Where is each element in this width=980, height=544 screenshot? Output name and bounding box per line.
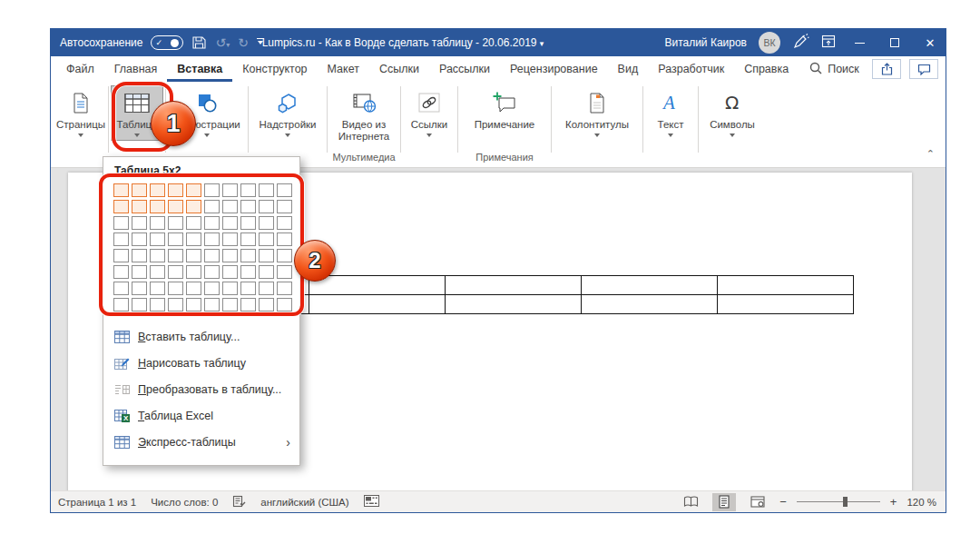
annotation-step-1: 1 bbox=[151, 101, 196, 146]
text-button[interactable]: A Текст bbox=[646, 86, 695, 140]
pages-button[interactable]: Страницы bbox=[56, 86, 105, 140]
addins-icon bbox=[277, 89, 299, 116]
table-cell[interactable] bbox=[582, 276, 718, 295]
tab-help[interactable]: Справка bbox=[734, 56, 799, 82]
online-video-button[interactable]: Видео из Интернета bbox=[330, 86, 397, 143]
share-button[interactable] bbox=[872, 59, 901, 79]
group-media: Видео из Интернета Мультимедиа bbox=[330, 86, 397, 166]
table-cell[interactable] bbox=[309, 295, 446, 314]
addins-button[interactable]: Надстройки bbox=[251, 86, 324, 140]
zoom-out-button[interactable]: − bbox=[779, 495, 787, 509]
language-indicator[interactable]: английский (США) bbox=[260, 497, 348, 508]
group-label-comments: Примечания bbox=[475, 152, 534, 163]
title-dropdown-icon[interactable]: ▾ bbox=[540, 39, 544, 48]
read-mode-button[interactable] bbox=[679, 493, 702, 511]
group-divider bbox=[642, 86, 643, 153]
spellcheck-status-icon[interactable] bbox=[232, 495, 246, 509]
tab-home[interactable]: Главная bbox=[104, 56, 168, 82]
group-divider bbox=[108, 86, 109, 153]
links-icon bbox=[417, 89, 441, 116]
table-cell[interactable] bbox=[446, 295, 582, 314]
chevron-down-icon bbox=[668, 134, 673, 140]
status-bar: Страница 1 из 1 Число слов: 0 английский… bbox=[51, 490, 946, 512]
zoom-level[interactable]: 120 % bbox=[906, 497, 936, 508]
chevron-down-icon bbox=[730, 134, 735, 140]
user-name: Виталий Каиров bbox=[664, 36, 747, 49]
ribbon-tab-row: Файл Главная Вставка Конструктор Макет С… bbox=[51, 56, 946, 82]
menu-item-draw-table[interactable]: Нарисовать таблицу bbox=[103, 350, 299, 376]
header-footer-icon bbox=[587, 89, 607, 116]
menu-item-excel-table[interactable]: X Таблица Excel bbox=[103, 402, 299, 429]
table-cell[interactable] bbox=[446, 276, 582, 295]
zoom-slider[interactable] bbox=[797, 501, 880, 502]
collapse-ribbon-icon[interactable]: ⌃ bbox=[926, 148, 935, 160]
undo-button[interactable]: ↺▾ bbox=[215, 35, 230, 50]
group-symbols: Ω Символы bbox=[701, 86, 763, 166]
tab-mailings[interactable]: Рассылки bbox=[429, 56, 500, 82]
table-cell[interactable] bbox=[718, 295, 854, 314]
tab-design[interactable]: Конструктор bbox=[232, 56, 317, 82]
tab-file[interactable]: Файл bbox=[56, 56, 104, 82]
table-cell[interactable] bbox=[582, 295, 718, 314]
group-links: Ссылки bbox=[404, 86, 455, 166]
avatar[interactable]: ВК bbox=[759, 32, 780, 54]
keyboard-icon[interactable] bbox=[364, 495, 379, 509]
customize-toolbar-button[interactable] bbox=[257, 38, 264, 47]
group-label-multimedia: Мультимедиа bbox=[332, 152, 395, 163]
submenu-arrow-icon: › bbox=[286, 436, 290, 449]
page-indicator[interactable]: Страница 1 из 1 bbox=[58, 497, 136, 508]
svg-text:X: X bbox=[123, 414, 129, 422]
links-button[interactable]: Ссылки bbox=[404, 86, 455, 140]
document-title: Lumpics.ru - Как в Ворде сделать таблицу… bbox=[262, 36, 537, 49]
insert-table-icon bbox=[114, 331, 130, 343]
annotation-ring-size-grid bbox=[99, 173, 304, 316]
close-button[interactable]: ✕ bbox=[918, 31, 942, 54]
group-divider bbox=[248, 86, 249, 153]
menu-item-insert-table[interactable]: Вставить таблицу... bbox=[103, 323, 299, 350]
table-cell[interactable] bbox=[309, 276, 446, 295]
web-layout-button[interactable] bbox=[746, 493, 769, 511]
minimize-button[interactable] bbox=[848, 31, 871, 54]
new-comment-button[interactable]: Примечание bbox=[461, 86, 548, 131]
search-box[interactable]: Поиск bbox=[809, 56, 859, 82]
convert-to-table-icon bbox=[114, 383, 130, 396]
symbols-icon: Ω bbox=[721, 89, 743, 116]
group-header-footer: Колонтитулы bbox=[554, 86, 640, 166]
quick-tables-icon bbox=[114, 436, 130, 449]
autosave-toggle[interactable]: ✓ bbox=[151, 35, 183, 50]
zoom-slider-thumb[interactable] bbox=[843, 497, 848, 507]
ribbon-display-options-icon[interactable] bbox=[821, 35, 836, 51]
table-cell[interactable] bbox=[718, 276, 854, 295]
tab-references[interactable]: Ссылки bbox=[369, 56, 429, 82]
menu-item-quick-tables[interactable]: Экспресс-таблицы › bbox=[103, 429, 299, 455]
group-divider bbox=[457, 86, 458, 153]
maximize-button[interactable] bbox=[883, 31, 906, 54]
tab-layout[interactable]: Макет bbox=[318, 56, 369, 82]
chevron-down-icon bbox=[204, 134, 210, 140]
print-layout-button[interactable] bbox=[712, 493, 736, 511]
zoom-in-button[interactable]: + bbox=[890, 495, 897, 509]
check-icon: ✓ bbox=[155, 39, 162, 47]
search-icon bbox=[809, 62, 822, 77]
ink-pen-icon[interactable] bbox=[792, 34, 809, 52]
chevron-down-icon bbox=[78, 134, 83, 140]
redo-button[interactable]: ↻ bbox=[238, 35, 249, 50]
tab-view[interactable]: Вид bbox=[608, 56, 649, 82]
text-icon: A bbox=[660, 89, 681, 116]
search-label: Поиск bbox=[828, 63, 859, 75]
comments-button[interactable] bbox=[909, 59, 938, 79]
excel-table-icon: X bbox=[114, 410, 130, 422]
chevron-down-icon bbox=[426, 134, 432, 140]
group-pages: Страницы bbox=[56, 86, 105, 166]
tab-developer[interactable]: Разработчик bbox=[648, 56, 734, 82]
save-icon[interactable] bbox=[191, 35, 207, 50]
tab-insert[interactable]: Вставка bbox=[167, 56, 232, 82]
tab-review[interactable]: Рецензирование bbox=[500, 56, 608, 82]
header-footer-button[interactable]: Колонтитулы bbox=[554, 86, 640, 140]
group-divider bbox=[327, 86, 328, 153]
chevron-down-icon bbox=[594, 134, 600, 140]
word-count[interactable]: Число слов: 0 bbox=[151, 497, 218, 508]
group-divider bbox=[551, 86, 552, 153]
illustrations-icon bbox=[196, 89, 218, 116]
symbols-button[interactable]: Ω Символы bbox=[701, 86, 763, 140]
